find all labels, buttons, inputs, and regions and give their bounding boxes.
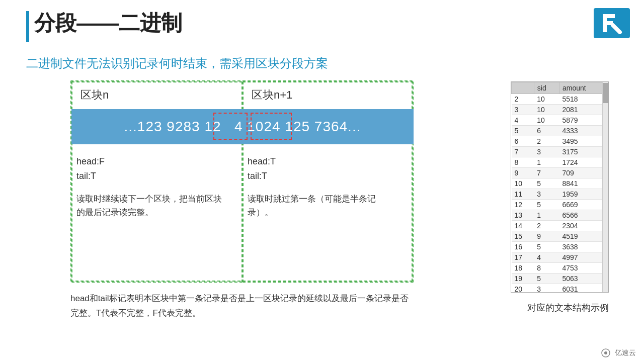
cell-15-2: 3638	[559, 242, 608, 252]
block-n1-head: head:T	[248, 154, 276, 169]
cell-2-1: 10	[534, 105, 559, 115]
cell-7-1: 1	[534, 157, 559, 168]
cell-4-0: 5	[512, 126, 534, 136]
block-n1-label: 区块n+1	[252, 87, 292, 103]
red-box-left	[213, 113, 248, 140]
bottom-text: head和tail标记表明本区块中第一条记录是否是上一区块记录的延续以及最后一条…	[70, 292, 413, 321]
table-row: 1256669	[512, 200, 608, 210]
svg-point-4	[604, 351, 607, 354]
table-row: 1744997	[512, 252, 608, 263]
cell-19-1: 3	[534, 284, 559, 293]
cell-1-0: 2	[512, 94, 534, 105]
cell-17-2: 4753	[559, 263, 608, 274]
cell-16-1: 4	[534, 252, 559, 263]
table-scroll-thumb	[603, 83, 608, 103]
table-row: 1884753	[512, 263, 608, 274]
table-row: 811724	[512, 157, 608, 168]
diagram-area: 区块n 区块n+1 ...123 9283 12 4 1024 125 7364…	[70, 80, 413, 282]
cell-19-0: 20	[512, 284, 534, 293]
table-row: 1955063	[512, 274, 608, 284]
title-accent	[26, 11, 29, 42]
table-row: 1058841	[512, 178, 608, 189]
cell-17-0: 18	[512, 263, 534, 274]
table-header-row: sid amount	[512, 82, 608, 94]
cell-9-1: 5	[534, 178, 559, 189]
cell-12-1: 1	[534, 210, 559, 221]
table-row: 564333	[512, 126, 608, 136]
cell-14-0: 15	[512, 231, 534, 242]
cell-13-0: 14	[512, 221, 534, 231]
cell-9-0: 10	[512, 178, 534, 189]
desc-left: 读取时继续读下一个区块，把当前区块的最后记录读完整。	[76, 192, 227, 219]
table-row: 1316566	[512, 210, 608, 221]
cell-16-0: 17	[512, 252, 534, 263]
cell-6-2: 3175	[559, 147, 608, 157]
cell-7-0: 8	[512, 157, 534, 168]
table-row: 1422304	[512, 221, 608, 231]
table-container[interactable]: sid amount 21055183102081410587956433362…	[511, 81, 609, 293]
brand-icon	[600, 348, 612, 358]
data-table: sid amount 21055183102081410587956433362…	[511, 82, 608, 293]
table-row: 2105518	[512, 94, 608, 105]
block-n1-tail: tail:T	[248, 169, 276, 184]
cell-12-0: 13	[512, 210, 534, 221]
cell-8-2: 709	[559, 168, 608, 178]
cell-11-0: 12	[512, 200, 534, 210]
cell-5-1: 2	[534, 136, 559, 147]
block-n1-info: head:T tail:T	[248, 154, 276, 184]
subtitle: 二进制文件无法识别记录何时结束，需采用区块分段方案	[26, 55, 328, 71]
table-row: 1131959	[512, 189, 608, 200]
page-title: 分段——二进制	[34, 9, 182, 37]
table-row: 733175	[512, 147, 608, 157]
cell-10-2: 1959	[559, 189, 608, 200]
col-sid: sid	[534, 82, 559, 94]
cell-11-1: 5	[534, 200, 559, 210]
cell-8-1: 7	[534, 168, 559, 178]
cell-2-2: 2081	[559, 105, 608, 115]
table-scrollbar[interactable]	[602, 82, 608, 292]
block-n-tail: tail:T	[76, 169, 105, 184]
cell-14-1: 9	[534, 231, 559, 242]
cell-16-2: 4997	[559, 252, 608, 263]
cell-12-2: 6566	[559, 210, 608, 221]
cell-3-2: 5879	[559, 115, 608, 126]
cell-7-2: 1724	[559, 157, 608, 168]
cell-19-2: 6031	[559, 284, 608, 293]
block-n-label: 区块n	[80, 87, 109, 103]
cell-15-0: 16	[512, 242, 534, 252]
table-row: 623495	[512, 136, 608, 147]
cell-18-1: 5	[534, 274, 559, 284]
cell-5-2: 3495	[559, 136, 608, 147]
table-row: 97709	[512, 168, 608, 178]
cell-2-0: 3	[512, 105, 534, 115]
cell-3-0: 4	[512, 115, 534, 126]
block-n-head: head:F	[76, 154, 105, 169]
cell-11-2: 6669	[559, 200, 608, 210]
table-row: 2036031	[512, 284, 608, 293]
cell-18-0: 19	[512, 274, 534, 284]
logo-icon	[599, 13, 624, 33]
cell-6-0: 7	[512, 147, 534, 157]
cell-3-1: 10	[534, 115, 559, 126]
brand-text: 亿速云	[615, 348, 636, 357]
cell-1-1: 10	[534, 94, 559, 105]
cell-18-2: 5063	[559, 274, 608, 284]
cell-14-2: 4519	[559, 231, 608, 242]
cell-6-1: 3	[534, 147, 559, 157]
col-amount: amount	[559, 82, 608, 94]
table-row: 3102081	[512, 105, 608, 115]
table-row: 4105879	[512, 115, 608, 126]
cell-4-2: 4333	[559, 126, 608, 136]
cell-5-0: 6	[512, 136, 534, 147]
cell-13-1: 2	[534, 221, 559, 231]
bottom-bar: 亿速云	[543, 344, 644, 362]
cell-15-1: 5	[534, 242, 559, 252]
red-box-right	[251, 113, 292, 140]
cell-8-0: 9	[512, 168, 534, 178]
cell-10-0: 11	[512, 189, 534, 200]
cell-17-1: 8	[534, 263, 559, 274]
desc-right: 读取时跳过第一条（可能是半条记录）。	[248, 192, 398, 219]
cell-13-2: 2304	[559, 221, 608, 231]
table-row: 1653638	[512, 242, 608, 252]
cell-10-1: 3	[534, 189, 559, 200]
